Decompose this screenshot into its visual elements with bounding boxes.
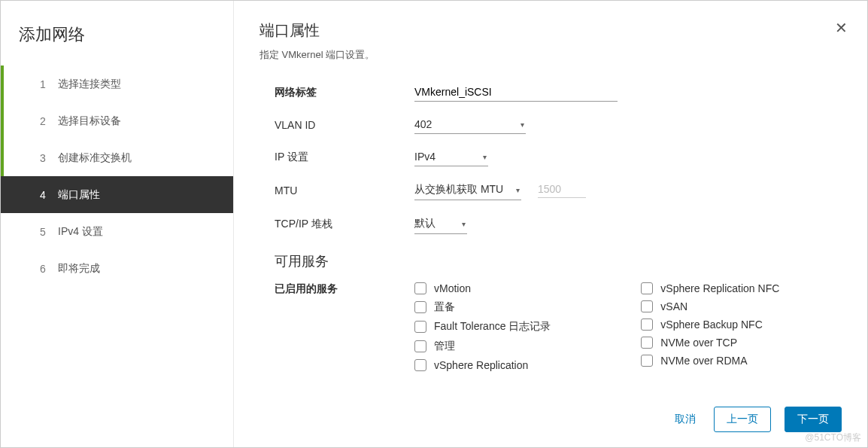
step-connection-type[interactable]: 1选择连接类型 <box>1 66 233 102</box>
row-mtu: MTU 从交换机获取 MTU ▾ 1500 <box>275 180 842 200</box>
row-network-label: 网络标签 <box>275 83 842 102</box>
checkbox-icon <box>641 337 653 349</box>
services-col-2: vSphere Replication NFC vSAN vSphere Bac… <box>641 282 779 371</box>
step-ready-complete[interactable]: 6即将完成 <box>1 250 233 287</box>
ip-settings-select[interactable]: IPv4 ▾ <box>414 148 488 166</box>
service-vsan[interactable]: vSAN <box>641 300 779 312</box>
checkbox-icon <box>414 321 426 333</box>
row-vlan-id: VLAN ID 402 ▾ <box>275 115 842 134</box>
wizard-main: ✕ 端口属性 指定 VMkernel 端口设置。 网络标签 VLAN ID 40… <box>234 1 867 447</box>
page-title: 端口属性 <box>259 20 842 41</box>
checkbox-icon <box>414 359 426 371</box>
mtu-select[interactable]: 从交换机获取 MTU ▾ <box>414 180 521 200</box>
cancel-button[interactable]: 取消 <box>670 407 700 432</box>
ip-settings-value: IPv4 <box>414 151 436 163</box>
checkbox-icon <box>414 340 426 352</box>
add-network-wizard: 添加网络 1选择连接类型 2选择目标设备 3创建标准交换机 4端口属性 5IPv… <box>0 0 868 448</box>
mtu-label: MTU <box>275 184 414 197</box>
checkbox-icon <box>641 282 653 294</box>
step-port-properties[interactable]: 4端口属性 <box>1 176 233 213</box>
port-properties-form: 网络标签 VLAN ID 402 ▾ IP 设置 IPv4 ▾ MTU <box>259 83 842 371</box>
row-tcpip-stack: TCP/IP 堆栈 默认 ▾ <box>275 214 842 234</box>
checkbox-icon <box>641 355 653 367</box>
service-nvme-tcp[interactable]: NVMe over TCP <box>641 337 779 349</box>
service-backup-nfc[interactable]: vSphere Backup NFC <box>641 318 779 331</box>
next-button[interactable]: 下一页 <box>785 407 842 432</box>
mtu-value: 从交换机获取 MTU <box>414 183 503 197</box>
network-label-text: 网络标签 <box>275 86 414 99</box>
page-subtitle: 指定 VMkernel 端口设置。 <box>259 48 842 62</box>
enabled-services-label: 已启用的服务 <box>275 282 414 371</box>
service-nvme-rdma[interactable]: NVMe over RDMA <box>641 355 779 367</box>
row-ip-settings: IP 设置 IPv4 ▾ <box>275 148 842 166</box>
service-replication-nfc[interactable]: vSphere Replication NFC <box>641 282 779 294</box>
service-vmotion[interactable]: vMotion <box>414 282 551 294</box>
wizard-title: 添加网络 <box>1 19 233 66</box>
available-services-title: 可用服务 <box>275 252 842 270</box>
wizard-sidebar: 添加网络 1选择连接类型 2选择目标设备 3创建标准交换机 4端口属性 5IPv… <box>1 1 234 447</box>
tcpip-label: TCP/IP 堆栈 <box>275 218 414 231</box>
tcpip-value: 默认 <box>414 217 436 230</box>
checkbox-icon <box>414 282 426 294</box>
chevron-down-icon: ▾ <box>520 120 524 129</box>
wizard-steps: 1选择连接类型 2选择目标设备 3创建标准交换机 4端口属性 5IPv4 设置 … <box>1 66 233 287</box>
ip-settings-label: IP 设置 <box>275 151 414 164</box>
chevron-down-icon: ▾ <box>483 153 487 161</box>
wizard-footer: 取消 上一页 下一页 <box>670 407 842 432</box>
service-provisioning[interactable]: 置备 <box>414 300 551 314</box>
network-label-input[interactable] <box>414 83 618 102</box>
services-col-1: vMotion 置备 Fault Tolerance 日志记录 管理 vSphe… <box>414 282 551 371</box>
checkbox-icon <box>641 300 653 312</box>
vlan-id-select[interactable]: 402 ▾ <box>414 115 526 134</box>
back-button[interactable]: 上一页 <box>714 407 771 432</box>
chevron-down-icon: ▾ <box>462 220 466 228</box>
checkbox-icon <box>641 318 653 331</box>
checkbox-icon <box>414 301 426 313</box>
vlan-id-label: VLAN ID <box>275 119 414 131</box>
services-grid: vMotion 置备 Fault Tolerance 日志记录 管理 vSphe… <box>414 282 779 371</box>
step-target-device[interactable]: 2选择目标设备 <box>1 102 233 139</box>
close-icon[interactable]: ✕ <box>835 20 848 35</box>
service-management[interactable]: 管理 <box>414 340 551 353</box>
services-row: 已启用的服务 vMotion 置备 Fault Tolerance 日志记录 管… <box>275 282 842 371</box>
step-ipv4-settings[interactable]: 5IPv4 设置 <box>1 213 233 250</box>
step-create-switch[interactable]: 3创建标准交换机 <box>1 139 233 176</box>
service-vsphere-replication[interactable]: vSphere Replication <box>414 359 551 371</box>
chevron-down-icon: ▾ <box>516 186 520 194</box>
mtu-custom-input[interactable]: 1500 <box>538 183 586 198</box>
vlan-id-value: 402 <box>414 118 432 130</box>
tcpip-select[interactable]: 默认 ▾ <box>414 214 467 234</box>
service-ft-logging[interactable]: Fault Tolerance 日志记录 <box>414 320 551 334</box>
